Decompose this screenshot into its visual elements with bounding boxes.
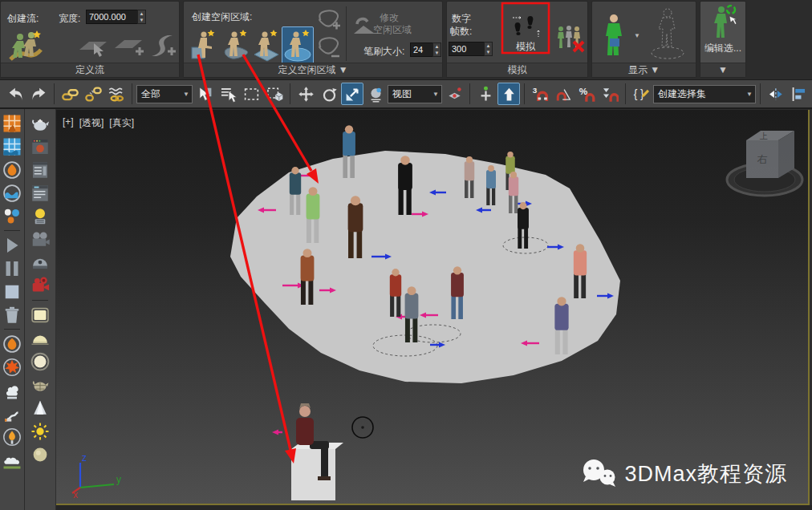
smoke-preset-button[interactable]: [2, 380, 22, 401]
toolbar-separator: [132, 83, 132, 104]
edit-selection-icon[interactable]: [710, 5, 737, 40]
dome-camera-button[interactable]: [30, 253, 51, 273]
spinner-snap-toggle[interactable]: [599, 83, 621, 105]
toolbar-separator: [4, 329, 20, 330]
panel-caption-display[interactable]: 显示 ▼: [592, 63, 696, 77]
frames-label-2: 帧数:: [450, 25, 472, 38]
frame-buffer-button[interactable]: [30, 136, 51, 157]
frames-spinner[interactable]: ▲▼: [484, 42, 493, 56]
viewport-label: [+] [透视] [真实]: [63, 116, 134, 130]
mirror-button[interactable]: [765, 83, 787, 105]
frames-field[interactable]: 300: [449, 42, 485, 56]
viewport-menu-general[interactable]: [+]: [63, 116, 74, 130]
panel-caption-edit-selection[interactable]: ▼: [700, 63, 745, 77]
display-flyout-arrow[interactable]: ▼: [634, 32, 640, 39]
select-and-rotate-button[interactable]: [318, 83, 340, 105]
select-and-scale-button[interactable]: [341, 83, 363, 105]
panel-display: ▼ 显示 ▼: [591, 1, 696, 78]
pause-simulation-button[interactable]: [2, 258, 22, 279]
create-seated-idle-icon[interactable]: [190, 28, 217, 62]
select-object-button[interactable]: [193, 83, 216, 105]
candle-flame-preset-button[interactable]: [2, 427, 22, 447]
brush-size-spinner[interactable]: ▲▼: [432, 42, 441, 57]
reference-coordinate-system-dropdown[interactable]: 视图▼: [388, 85, 442, 103]
viewcube[interactable]: 上右: [727, 131, 802, 196]
stop-simulation-button[interactable]: [2, 281, 22, 302]
perspective-viewport[interactable]: [+] [透视] [真实] zyx上右 3DMax教程资源: [56, 110, 810, 505]
select-by-name-button[interactable]: [217, 83, 239, 105]
cigarette-smoke-preset-button[interactable]: [2, 403, 22, 424]
explosion-preset-button[interactable]: [2, 357, 22, 378]
flow-width-field[interactable]: 7000.000: [86, 10, 139, 24]
select-and-link-button[interactable]: [59, 83, 81, 105]
select-and-move-button[interactable]: [294, 83, 317, 105]
unlink-selection-button[interactable]: [82, 83, 104, 105]
ies-light-button[interactable]: [30, 398, 51, 419]
render-button[interactable]: [30, 113, 51, 134]
delete-simulation-icon[interactable]: [554, 22, 587, 55]
display-agents-icon[interactable]: [600, 13, 629, 58]
fire-simulator-button[interactable]: [2, 113, 22, 134]
watermark-text: 3DMax教程资源: [624, 459, 787, 488]
edit-named-selection-sets-button[interactable]: { }: [630, 83, 652, 105]
crowd-platform[interactable]: [230, 151, 620, 383]
seated-figure[interactable]: [291, 403, 343, 500]
fire-source-button[interactable]: [2, 160, 22, 180]
select-and-manipulate-button[interactable]: [474, 83, 497, 105]
percent-snap-toggle[interactable]: %: [575, 83, 598, 105]
start-simulation-button[interactable]: [2, 235, 22, 256]
use-pivot-point-center-button[interactable]: [443, 83, 465, 105]
liquid-simulator-button[interactable]: [2, 136, 22, 157]
snaps-toggle-3d[interactable]: 3: [529, 83, 551, 105]
keyboard-shortcut-override-toggle[interactable]: [497, 83, 520, 105]
panel-caption-define-flow[interactable]: 定义流: [1, 63, 179, 77]
asset-editor-button[interactable]: [30, 183, 51, 204]
window-crossing-toggle[interactable]: [263, 83, 286, 105]
selection-filter-dropdown[interactable]: 全部▼: [136, 85, 193, 103]
named-selection-sets-dropdown[interactable]: 创建选择集▼: [653, 85, 756, 103]
camera-lister-button[interactable]: [30, 229, 51, 250]
physical-camera-button[interactable]: [30, 276, 51, 297]
watermark: 3DMax教程资源: [581, 459, 787, 489]
clear-simulation-button[interactable]: [2, 305, 22, 326]
sun-light-button[interactable]: [30, 421, 51, 442]
clouds-preset-button[interactable]: [2, 450, 22, 471]
viewport-menu-pov[interactable]: [透视]: [79, 116, 104, 130]
angle-snap-toggle[interactable]: [552, 83, 574, 105]
plane-light-button[interactable]: [30, 305, 51, 326]
redo-button[interactable]: [27, 83, 50, 105]
render-settings-button[interactable]: [30, 160, 51, 180]
simulation-toolbar: [0, 109, 24, 510]
viewport-menu-shading[interactable]: [真实]: [109, 116, 134, 130]
create-idle-blob-icon[interactable]: [222, 28, 250, 62]
add-idle-area-icon: [317, 5, 341, 32]
undo-button[interactable]: [4, 83, 26, 105]
toolbar-separator: [625, 83, 626, 104]
create-idle-circle-icon-selected[interactable]: [282, 26, 314, 64]
create-flow-icon[interactable]: [7, 29, 44, 63]
liquid-source-button[interactable]: [2, 183, 22, 204]
fire-preset-button[interactable]: [2, 334, 22, 354]
brush-size-field[interactable]: 24: [410, 42, 434, 57]
flow-width-spinner[interactable]: ▲▼: [137, 10, 146, 24]
mesh-light-button[interactable]: [30, 374, 51, 395]
main-toolbar: 全部▼视图▼3%{ }创建选择集▼: [0, 79, 812, 109]
panel-caption-define-idle[interactable]: 定义空闲区域 ▼: [184, 63, 442, 77]
align-button[interactable]: [788, 83, 810, 105]
ambient-light-button[interactable]: [30, 444, 51, 465]
rectangular-selection-region-button[interactable]: [240, 83, 262, 105]
panel-caption-simulate[interactable]: 模拟: [447, 63, 587, 77]
select-and-place-button[interactable]: [364, 83, 387, 105]
svg-text:3: 3: [532, 86, 537, 95]
create-idle-platform-icon[interactable]: [253, 28, 280, 62]
dome-light-button[interactable]: [30, 328, 51, 349]
chevron-down-icon: ▼: [746, 91, 753, 98]
sphere-light-button[interactable]: [30, 351, 51, 372]
panel-edit-selection: 编辑选... ▼: [700, 1, 746, 78]
light-lister-button[interactable]: [30, 206, 51, 227]
particles-button[interactable]: [2, 206, 22, 227]
toolbar-separator: [32, 300, 48, 301]
bind-to-space-warp-button[interactable]: [105, 83, 128, 105]
simulate-button[interactable]: 模拟: [501, 5, 550, 61]
svg-text:y: y: [116, 474, 121, 485]
